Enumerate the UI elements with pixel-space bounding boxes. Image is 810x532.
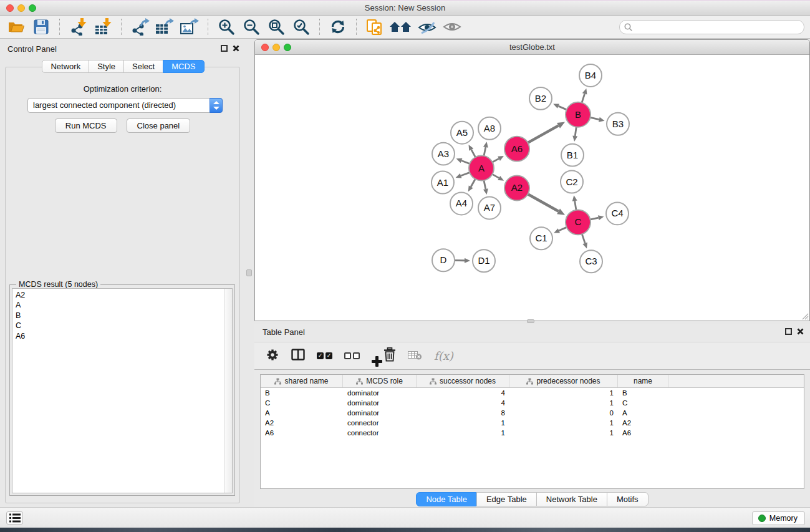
graph-edge-B-B1[interactable] [572, 126, 577, 142]
table-row[interactable]: Adominator80A [261, 408, 804, 418]
duplicate-network-button[interactable] [362, 17, 387, 37]
close-panel-icon[interactable] [233, 45, 239, 52]
search-input[interactable] [635, 23, 799, 32]
graph-node-A6[interactable]: A6 [504, 137, 529, 162]
memory-button[interactable]: Memory [752, 511, 805, 525]
zoom-in-button[interactable] [214, 17, 239, 37]
table-row[interactable]: Cdominator41C [261, 398, 804, 408]
close-panel-button[interactable]: Close panel [127, 118, 191, 133]
column-header-name[interactable]: name [618, 375, 668, 387]
mcds-result-item[interactable]: A6 [12, 331, 232, 341]
show-panels-button[interactable] [6, 511, 23, 525]
export-table-button[interactable] [152, 17, 177, 37]
minimize-window-traffic-light[interactable] [17, 4, 25, 12]
zoom-out-button[interactable] [239, 17, 264, 37]
home-views-button[interactable] [387, 17, 415, 37]
column-header-MCDS-role[interactable]: MCDS role [343, 375, 417, 387]
select-all-button[interactable]: ✓ ✓ [317, 352, 332, 359]
close-window-traffic-light[interactable] [6, 4, 14, 12]
network-minimize-traffic-light[interactable] [272, 44, 280, 51]
network-maximize-traffic-light[interactable] [284, 44, 291, 51]
tab-network[interactable]: Network [42, 60, 89, 73]
mcds-result-item[interactable]: B [12, 311, 232, 321]
float-table-panel-button[interactable] [785, 328, 792, 335]
result-list-scrollbar[interactable] [224, 289, 232, 493]
column-header-successor-nodes[interactable]: successor nodes [417, 375, 509, 387]
graph-node-A5[interactable]: A5 [451, 122, 473, 144]
vertical-split-divider-handle[interactable] [246, 269, 252, 276]
zoom-fit-button[interactable] [264, 17, 289, 37]
mcds-result-item[interactable]: A [12, 300, 232, 310]
hide-details-button[interactable] [415, 17, 440, 37]
graph-node-A4[interactable]: A4 [450, 192, 473, 215]
graph-edge-A-A5[interactable] [469, 145, 476, 158]
graph-edge-B-B3[interactable] [589, 117, 605, 122]
column-header-predecessor-nodes[interactable]: predecessor nodes [509, 375, 618, 387]
graph-node-D[interactable]: D [432, 249, 455, 271]
graph-edge-A-A8[interactable] [483, 142, 488, 157]
column-view-button[interactable] [291, 349, 305, 363]
graph-edge-A-A7[interactable] [483, 179, 488, 195]
optimization-criterion-select[interactable]: largest connected component (directed) [27, 98, 223, 113]
save-session-button[interactable] [29, 17, 54, 37]
network-close-traffic-light[interactable] [261, 44, 269, 51]
open-session-button[interactable] [4, 17, 29, 37]
tab-edge-table[interactable]: Edge Table [476, 492, 537, 506]
network-window-titlebar[interactable]: testGlobe.txt [255, 40, 809, 55]
column-header-shared-name[interactable]: shared name [261, 375, 343, 387]
maximize-window-traffic-light[interactable] [29, 4, 36, 12]
graph-node-A8[interactable]: A8 [478, 117, 501, 140]
table-settings-button[interactable] [266, 348, 279, 364]
table-row[interactable]: A2connector11A2 [261, 418, 804, 428]
graph-edge-A6-B[interactable] [527, 122, 565, 143]
tab-network-table[interactable]: Network Table [536, 492, 607, 506]
show-details-button[interactable] [440, 17, 465, 37]
graph-node-B4[interactable]: B4 [579, 64, 602, 87]
graph-edge-D-D1[interactable] [453, 258, 470, 263]
graph-edge-C-C3[interactable] [582, 233, 587, 248]
graph-node-A3[interactable]: A3 [432, 143, 455, 165]
graph-node-A1[interactable]: A1 [432, 172, 454, 194]
float-panel-button[interactable] [221, 45, 228, 52]
table-row[interactable]: A6connector11A6 [261, 428, 804, 438]
search-field[interactable] [619, 20, 804, 34]
tab-style[interactable]: Style [89, 60, 124, 73]
export-network-button[interactable] [127, 17, 152, 37]
graph-node-B1[interactable]: B1 [561, 144, 584, 167]
graph-node-C2[interactable]: C2 [561, 171, 583, 193]
graph-edge-A-A1[interactable] [456, 172, 471, 178]
zoom-selected-button[interactable] [289, 17, 314, 37]
graph-node-A2[interactable]: A2 [504, 176, 529, 201]
run-mcds-button[interactable]: Run MCDS [55, 118, 117, 133]
graph-node-B3[interactable]: B3 [607, 113, 629, 135]
table-row[interactable]: Bdominator41B [261, 388, 804, 398]
graph-edge-A-A6[interactable] [491, 156, 504, 163]
tab-mcds[interactable]: MCDS [163, 60, 204, 73]
mcds-result-item[interactable]: C [12, 321, 232, 331]
deselect-all-button[interactable] [344, 352, 360, 359]
graph-edge-A-A2[interactable] [491, 173, 504, 180]
graph-node-B[interactable]: B [566, 102, 591, 127]
graph-edge-A2-C[interactable] [527, 193, 565, 215]
delete-column-button[interactable] [383, 347, 396, 364]
close-table-panel-icon[interactable] [797, 328, 804, 335]
graph-node-C4[interactable]: C4 [606, 202, 629, 225]
graph-node-C[interactable]: C [566, 210, 591, 235]
graph-edge-C-C2[interactable] [572, 195, 577, 211]
import-table-button[interactable] [90, 17, 115, 37]
refresh-button[interactable] [325, 17, 350, 37]
graph-node-D1[interactable]: D1 [473, 249, 495, 272]
graph-node-B2[interactable]: B2 [529, 87, 552, 110]
window-resize-grip[interactable] [801, 312, 809, 320]
graph-edge-B-B4[interactable] [581, 89, 587, 104]
network-canvas[interactable]: B4B2BB3A5A8A6A3B1AA1C2A2A4A7C4CC1DD1C3 [255, 56, 809, 321]
graph-node-C3[interactable]: C3 [580, 250, 602, 273]
tab-motifs[interactable]: Motifs [607, 492, 648, 506]
import-network-button[interactable] [65, 17, 90, 37]
graph-edge-C-C1[interactable] [554, 227, 567, 233]
export-image-button[interactable] [177, 17, 202, 37]
tab-select[interactable]: Select [123, 60, 163, 73]
graph-edge-B-B2[interactable] [553, 104, 567, 110]
graph-edge-A-A4[interactable] [468, 178, 476, 191]
mcds-result-item[interactable]: A2 [12, 290, 232, 300]
